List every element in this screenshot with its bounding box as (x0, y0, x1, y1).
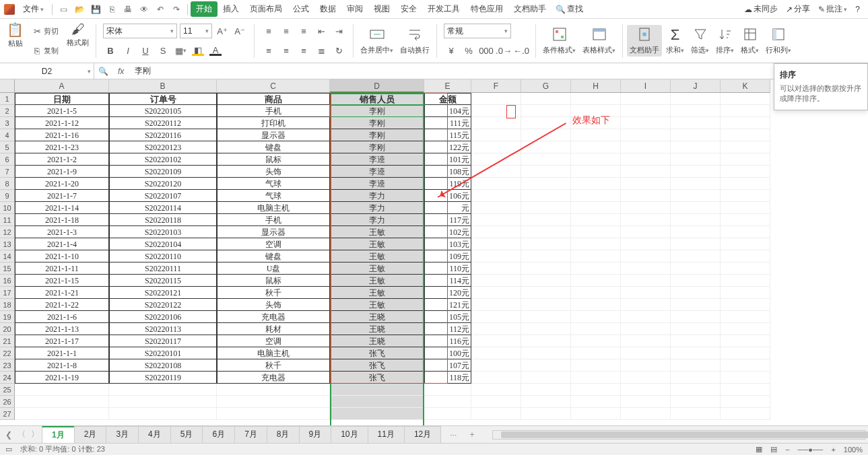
empty-cell[interactable] (521, 311, 571, 323)
tab-nav-prev-icon[interactable]: 〈 (15, 429, 28, 440)
tab-layout[interactable]: 页面布局 (244, 1, 288, 18)
empty-cell[interactable] (671, 384, 721, 396)
empty-cell[interactable] (571, 238, 621, 250)
numberformat-select[interactable]: 常规▾ (444, 24, 511, 38)
empty-cell[interactable] (621, 93, 671, 105)
row-header-23[interactable]: 23 (0, 359, 15, 372)
percent-icon[interactable]: % (461, 43, 476, 58)
empty-cell[interactable] (621, 347, 671, 359)
empty-cell[interactable] (721, 311, 770, 323)
bold-button[interactable]: B (103, 43, 118, 58)
row-header-5[interactable]: 5 (0, 141, 15, 153)
cell-A10[interactable]: 2021-1-14 (15, 202, 109, 214)
empty-cell[interactable] (621, 311, 671, 323)
currency-icon[interactable]: ¥ (444, 43, 459, 58)
row-header-26[interactable]: 26 (0, 396, 15, 408)
cell-B7[interactable]: S20220109 (109, 166, 217, 178)
empty-cell[interactable] (671, 178, 721, 190)
cell-B15[interactable]: S20220111 (109, 262, 217, 275)
cellstyle-button[interactable]: 表格样式▾ (580, 26, 618, 55)
cell-D8[interactable]: 李逵 (330, 178, 424, 190)
cell-A7[interactable]: 2021-1-9 (15, 166, 109, 178)
cell-C2[interactable]: 手机 (217, 105, 330, 117)
redo-icon[interactable]: ↷ (170, 3, 182, 15)
indent-inc-icon[interactable]: ⇥ (331, 24, 346, 38)
cell-C17[interactable]: 秋千 (217, 287, 330, 299)
col-header-E[interactable]: E (424, 79, 471, 93)
empty-cell[interactable] (721, 262, 770, 275)
open-icon[interactable]: 📂 (73, 3, 86, 15)
sheet-tab-5月[interactable]: 5月 (170, 426, 203, 443)
tab-more[interactable]: ··· (440, 428, 466, 442)
empty-cell[interactable] (621, 178, 671, 190)
cell-E20[interactable]: 112元 (424, 323, 471, 335)
col-header-C[interactable]: C (217, 79, 330, 93)
empty-cell[interactable] (471, 299, 521, 311)
empty-cell[interactable] (521, 238, 571, 250)
empty-cell[interactable] (671, 335, 721, 347)
sheet-tab-2月[interactable]: 2月 (74, 426, 107, 443)
cell-C9[interactable]: 气球 (217, 190, 330, 202)
empty-cell[interactable] (571, 214, 621, 226)
empty-cell[interactable] (721, 129, 770, 141)
header-cell-A[interactable]: 日期 (15, 93, 109, 105)
empty-cell[interactable] (471, 275, 521, 287)
cell-D17[interactable]: 王敏 (330, 287, 424, 299)
empty-cell[interactable] (571, 190, 621, 202)
empty-cell[interactable] (621, 396, 671, 408)
empty-cell[interactable] (621, 275, 671, 287)
sheet-tab-9月[interactable]: 9月 (299, 426, 332, 443)
tab-security[interactable]: 安全 (395, 1, 422, 18)
cell-E4[interactable]: 115元 (424, 129, 471, 141)
empty-cell[interactable] (621, 166, 671, 178)
row-header-12[interactable]: 12 (0, 226, 15, 238)
cell-C23[interactable]: 秋千 (217, 359, 330, 372)
empty-cell[interactable] (621, 384, 671, 396)
cell-D20[interactable]: 王晓 (330, 323, 424, 335)
col-header-H[interactable]: H (571, 79, 621, 93)
tab-dev[interactable]: 开发工具 (422, 1, 465, 18)
comment-button[interactable]: ✎批注▾ (818, 3, 847, 15)
empty-cell[interactable] (671, 105, 721, 117)
cell-C14[interactable]: 键盘 (217, 250, 330, 262)
tab-formula[interactable]: 公式 (288, 1, 314, 18)
border-button[interactable]: ▦▾ (173, 43, 188, 58)
empty-cell[interactable] (217, 384, 330, 396)
merge-button[interactable]: 合并居中▾ (358, 26, 396, 55)
cell-E15[interactable]: 110元 (424, 262, 471, 275)
cell-A9[interactable]: 2021-1-7 (15, 190, 109, 202)
align-top-icon[interactable]: ≡ (261, 24, 276, 38)
cell-C20[interactable]: 耗材 (217, 323, 330, 335)
empty-cell[interactable] (721, 178, 770, 190)
cell-C13[interactable]: 空调 (217, 238, 330, 250)
cell-D24[interactable]: 张飞 (330, 372, 424, 384)
empty-cell[interactable] (521, 299, 571, 311)
row-header-17[interactable]: 17 (0, 287, 15, 299)
zoom-level[interactable]: 100% (844, 446, 863, 454)
empty-cell[interactable] (721, 117, 770, 129)
sheet-tab-3月[interactable]: 3月 (106, 426, 139, 443)
empty-cell[interactable] (521, 190, 571, 202)
row-header-24[interactable]: 24 (0, 372, 15, 384)
condformat-button[interactable]: 条件格式▾ (540, 26, 578, 55)
empty-cell[interactable] (621, 190, 671, 202)
view-page-icon[interactable]: ▤ (770, 445, 777, 454)
wrap-button[interactable]: 自动换行 (397, 26, 432, 55)
sheet-tab-4月[interactable]: 4月 (138, 426, 171, 443)
empty-cell[interactable] (671, 359, 721, 372)
save-icon[interactable]: 💾 (90, 3, 102, 15)
cell-C19[interactable]: 充电器 (217, 311, 330, 323)
cell-B4[interactable]: S20220116 (109, 129, 217, 141)
cell-B2[interactable]: S20220105 (109, 105, 217, 117)
cell-B19[interactable]: S20220106 (109, 311, 217, 323)
cell-A11[interactable]: 2021-1-18 (15, 214, 109, 226)
cell-C22[interactable]: 电脑主机 (217, 347, 330, 359)
tab-dochelper[interactable]: 文档助手 (508, 1, 552, 18)
row-header-9[interactable]: 9 (0, 190, 15, 202)
tab-review[interactable]: 审阅 (341, 1, 368, 18)
empty-cell[interactable] (721, 226, 770, 238)
empty-cell[interactable] (671, 166, 721, 178)
empty-cell[interactable] (521, 178, 571, 190)
col-header-A[interactable]: A (15, 79, 109, 93)
sheet-tab-1月[interactable]: 1月 (42, 426, 75, 443)
